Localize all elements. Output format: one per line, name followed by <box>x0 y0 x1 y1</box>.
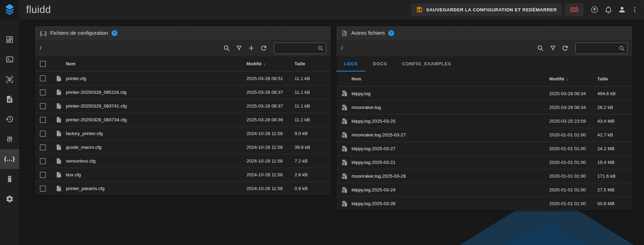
help-icon[interactable]: ? <box>112 30 117 36</box>
file-size: 50.8 MB <box>597 201 628 206</box>
sort-desc-icon: ↓ <box>263 61 266 66</box>
search-toggle-button[interactable] <box>220 42 233 54</box>
file-row[interactable]: factory_printer.cfg 2024-10-28 11:58 9.0… <box>35 126 331 140</box>
column-header-modified[interactable]: Modifié↓ <box>549 76 597 81</box>
file-modified: 2020-01-01 01:00 <box>549 201 597 206</box>
row-checkbox[interactable] <box>40 158 46 164</box>
search-toggle-button[interactable] <box>534 42 547 54</box>
file-row[interactable]: klippy.log.2025-03-27 2020-01-01 01:00 2… <box>336 142 632 155</box>
file-row[interactable]: printer.cfg 2025-03-28 08:51 11.1 kB <box>35 71 331 85</box>
sidebar-item-tune[interactable] <box>0 129 19 149</box>
file-lock-icon <box>341 187 348 193</box>
tab-docs[interactable]: DOCS <box>365 56 394 71</box>
file-modified: 2025-03-28 08:36 <box>246 117 295 122</box>
sidebar-item-dashboard[interactable] <box>0 30 19 49</box>
column-header-name[interactable]: Nom <box>66 62 246 66</box>
sidebar-item-system[interactable] <box>0 169 19 189</box>
refresh-icon <box>260 44 267 52</box>
row-checkbox[interactable] <box>40 186 46 192</box>
row-checkbox[interactable] <box>40 131 46 137</box>
file-size: 27.5 MB <box>597 187 628 192</box>
row-checkbox[interactable] <box>40 89 46 96</box>
row-checkbox[interactable] <box>40 117 46 123</box>
file-row[interactable]: printer_params.cfg 2024-10-28 11:58 0.9 … <box>35 181 331 195</box>
bell-icon <box>605 6 612 14</box>
file-size: 42.7 kB <box>597 132 628 137</box>
file-row[interactable]: klippy.log.2025-03-26 2020-01-01 01:00 5… <box>336 197 632 210</box>
save-icon <box>416 6 423 13</box>
column-header-size[interactable]: Taille <box>295 62 326 66</box>
file-row[interactable]: gcode_macro.cfg 2024-10-28 11:58 39.8 kB <box>35 140 331 154</box>
add-file-button[interactable] <box>245 42 257 54</box>
file-size: 24.2 MB <box>597 146 628 151</box>
file-name: printer-20250328_083741.cfg <box>66 103 246 109</box>
file-row[interactable]: moonraker.log.2025-03-27 2020-01-01 01:0… <box>336 128 632 142</box>
file-size: 0.9 kB <box>295 186 326 191</box>
user-account-button[interactable] <box>615 3 629 16</box>
file-icon <box>56 185 62 192</box>
row-checkbox[interactable] <box>40 144 46 151</box>
file-modified: 2020-01-01 01:00 <box>549 146 597 151</box>
overflow-menu-button[interactable] <box>629 3 641 16</box>
config-files-header: {..} Fichiers de configuration ? <box>35 26 331 40</box>
updates-button[interactable] <box>588 3 601 16</box>
breadcrumb-path[interactable]: / <box>40 45 41 51</box>
breadcrumb-path[interactable]: / <box>341 45 343 51</box>
column-header-size[interactable]: Taille <box>597 77 628 81</box>
file-row[interactable]: klippy.log 2025-03-28 08:34 494.6 kB <box>336 87 632 100</box>
sidebar-item-jobs[interactable] <box>0 89 19 109</box>
filter-button[interactable] <box>547 42 559 54</box>
sidebar-item-settings[interactable] <box>0 189 19 209</box>
file-row[interactable]: sensorless.cfg 2024-10-28 11:58 7.2 kB <box>35 154 331 168</box>
file-name: printer.cfg <box>66 76 246 81</box>
file-row[interactable]: moonraker.log.2025-03-26 2020-01-01 01:0… <box>336 169 632 183</box>
file-modified: 2024-10-28 11:58 <box>246 145 295 150</box>
history-icon <box>5 115 14 123</box>
system-icon <box>5 175 14 183</box>
row-checkbox[interactable] <box>40 103 46 109</box>
column-header-modified[interactable]: Modifié↓ <box>246 61 295 66</box>
search-box <box>575 43 628 54</box>
file-row[interactable]: printer-20250328_083741.cfg 2025-03-28 0… <box>35 99 331 113</box>
file-modified: 2025-03-25 23:59 <box>549 119 597 124</box>
account-icon <box>618 5 626 14</box>
file-size: 26.2 kB <box>597 105 628 110</box>
sidebar-item-history[interactable] <box>0 109 19 129</box>
file-row[interactable]: box.cfg 2024-10-28 11:58 2.6 kB <box>35 168 331 181</box>
filter-button[interactable] <box>233 42 245 54</box>
tab-logs[interactable]: LOGS <box>336 56 365 71</box>
file-lock-icon <box>341 145 348 152</box>
refresh-button[interactable] <box>559 42 571 54</box>
notifications-button[interactable] <box>601 3 615 16</box>
file-size: 494.6 kB <box>597 91 628 96</box>
help-icon[interactable]: ? <box>388 30 394 36</box>
filter-icon <box>235 45 243 52</box>
file-size: 43.4 MB <box>597 119 628 124</box>
row-checkbox[interactable] <box>40 75 46 81</box>
file-name: klippy.log.2025-03-21 <box>352 160 549 165</box>
emergency-stop-button[interactable] <box>565 3 584 16</box>
file-row[interactable]: moonraker.log 2025-03-28 08:34 26.2 kB <box>336 100 632 114</box>
sidebar-item-configuration[interactable]: {...} <box>0 149 19 169</box>
select-all-checkbox[interactable] <box>40 61 46 67</box>
column-header-name[interactable]: Nom <box>352 77 549 81</box>
file-row[interactable]: printer-20250328_085116.cfg 2025-03-28 0… <box>35 85 331 99</box>
sidebar-nav: {...} <box>0 19 19 245</box>
tab-config-examples[interactable]: CONFIG_EXAMPLES <box>395 56 459 71</box>
file-size: 19.4 MB <box>597 160 628 165</box>
file-row[interactable]: klippy.log.2025-03-21 2020-01-01 01:00 1… <box>336 155 632 169</box>
file-row[interactable]: printer-20250328_083734.cfg 2025-03-28 0… <box>35 113 331 126</box>
file-row[interactable]: klippy.log.2025-03-24 2020-01-01 01:00 2… <box>336 183 632 197</box>
other-files-header: Autres fichiers ? <box>336 26 632 40</box>
row-checkbox[interactable] <box>40 172 46 178</box>
sidebar-item-gcode-preview[interactable] <box>0 69 19 89</box>
file-row[interactable]: klippy.log.2025-03-25 2025-03-25 23:59 4… <box>336 114 632 128</box>
file-icon <box>56 144 62 151</box>
refresh-button[interactable] <box>257 42 270 54</box>
save-config-restart-button[interactable]: SAUVEGARDER LA CONFIGURATION ET REDÉMARR… <box>411 3 562 16</box>
file-icon <box>56 75 62 82</box>
sidebar-item-console[interactable] <box>0 49 19 69</box>
file-name: moonraker.log.2025-03-26 <box>352 174 549 179</box>
app-logo[interactable] <box>0 0 19 19</box>
dashboard-icon <box>5 35 14 44</box>
